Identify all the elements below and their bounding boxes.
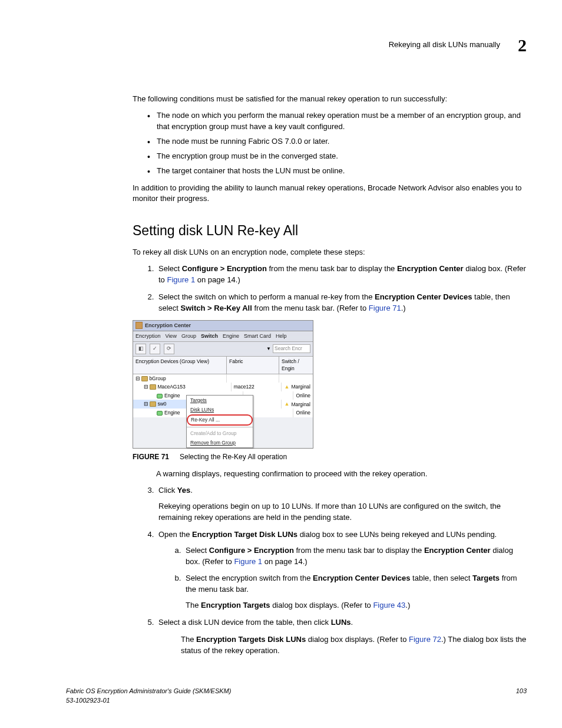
section-heading: Setting disk LUN Re-key All (133, 221, 527, 241)
dropdown-icon[interactable]: ▼ (266, 345, 271, 353)
page-number: 103 (516, 687, 527, 706)
search-input[interactable]: Search Encr (273, 344, 310, 353)
switch-icon (150, 384, 156, 390)
group-icon (141, 376, 148, 381)
step-2: Select the switch on which to perform a … (156, 292, 527, 314)
menubar[interactable]: Encryption View Group Switch Engine Smar… (133, 331, 313, 342)
warning-icon: ▲ (284, 383, 289, 391)
table-header: Encryption Devices (Group View) Fabric S… (133, 357, 313, 374)
col-status: Switch / Engin (279, 357, 313, 374)
table-row[interactable]: ⊟ MaceAG153 mace122 ▲Marginal (133, 383, 313, 391)
refresh-button[interactable]: ⟳ (164, 344, 174, 354)
page-footer: Fabric OS Encryption Administrator's Gui… (66, 687, 527, 706)
step-4a: Select Configure > Encryption from the m… (183, 545, 527, 568)
footer-title: Fabric OS Encryption Administrator's Gui… (66, 687, 231, 696)
menu-item-remove-group[interactable]: Remove from Group (187, 438, 253, 447)
window-titlebar: Encryption Center (133, 321, 313, 331)
menu-item-create-group: Create/Add to Group (187, 429, 253, 438)
toolbar-button[interactable]: ✓ (150, 344, 160, 354)
step-3-detail: Rekeying operations begin on up to 10 LU… (158, 501, 527, 523)
menu-help[interactable]: Help (276, 332, 287, 340)
chapter-number: 2 (518, 32, 527, 58)
figure-link[interactable]: Figure 1 (234, 557, 262, 566)
intro-text-2: In addition to providing the ability to … (133, 183, 527, 205)
step-5-after: The Encryption Targets Disk LUNs dialog … (181, 634, 527, 657)
step-5: Select a disk LUN device from the table,… (156, 617, 527, 628)
menu-item-diskluns[interactable]: Disk LUNs (187, 405, 253, 414)
engine-icon (157, 394, 163, 398)
conditions-list: The node on which you perform the manual… (133, 110, 527, 176)
menu-item-targets[interactable]: Targets (187, 396, 253, 405)
intro-text: The following conditions must be satisfi… (133, 94, 527, 105)
figure-text: Selecting the Re-Key All operation (180, 453, 287, 461)
list-item: The node must be running Fabric OS 7.0.0… (147, 136, 527, 147)
encryption-center-window: Encryption Center Encryption View Group … (133, 320, 313, 449)
toolbar: ◧ ✓ ⟳ ▼ Search Encr (133, 342, 313, 357)
steps-list-cont: Click Yes. Rekeying operations begin on … (133, 485, 527, 628)
menu-item-rekeyall[interactable]: Re-Key All ... (187, 414, 253, 425)
figure-label: FIGURE 71 (133, 453, 169, 461)
menu-smartcard[interactable]: Smart Card (244, 332, 271, 340)
figure-link[interactable]: Figure 72 (409, 635, 441, 644)
menu-switch[interactable]: Switch (201, 332, 218, 340)
col-devices: Encryption Devices (Group View) (133, 357, 227, 374)
step-4b-after: The Encryption Targets dialog box displa… (186, 600, 527, 611)
figure-link[interactable]: Figure 43 (373, 601, 405, 610)
window-title: Encryption Center (145, 322, 191, 330)
figure-caption: FIGURE 71Selecting the Re-Key All operat… (133, 452, 527, 462)
table-row[interactable]: ⊟ ⊟ bGroupbGroup (133, 374, 313, 383)
section-lead: To rekey all disk LUNs on an encryption … (133, 247, 527, 258)
figure-link[interactable]: Figure 71 (369, 304, 401, 312)
step-4: Open the Encryption Target Disk LUNs dia… (156, 529, 527, 611)
substeps: Select Configure > Encryption from the m… (158, 545, 527, 611)
toolbar-button[interactable]: ◧ (135, 344, 146, 354)
step-1: Select Configure > Encryption from the m… (156, 263, 527, 286)
engine-icon (157, 411, 163, 416)
col-fabric: Fabric (227, 357, 279, 374)
warning-text: A warning displays, requesting confirmat… (156, 469, 527, 480)
app-icon (135, 322, 143, 329)
steps-list: Select Configure > Encryption from the m… (133, 263, 527, 314)
figure-link[interactable]: Figure 1 (167, 275, 195, 284)
footer-docnum: 53-1002923-01 (66, 696, 231, 706)
list-item: The target container that hosts the LUN … (147, 166, 527, 177)
running-title: Rekeying all disk LUNs manually (389, 39, 500, 51)
warning-icon: ▲ (284, 400, 289, 408)
menu-group[interactable]: Group (181, 332, 196, 340)
running-header: Rekeying all disk LUNs manually 2 (133, 32, 527, 58)
menu-separator (187, 427, 253, 427)
step-4b: Select the encryption switch from the En… (183, 573, 527, 611)
list-item: The node on which you perform the manual… (147, 110, 527, 133)
list-item: The encryption group must be in the conv… (147, 151, 527, 162)
menu-view[interactable]: View (166, 332, 177, 340)
switch-icon (150, 401, 156, 407)
step-3: Click Yes. Rekeying operations begin on … (156, 485, 527, 523)
menu-encryption[interactable]: Encryption (135, 332, 161, 340)
context-menu: Targets Disk LUNs Re-Key All ... Create/… (186, 395, 253, 449)
menu-engine[interactable]: Engine (223, 332, 239, 340)
